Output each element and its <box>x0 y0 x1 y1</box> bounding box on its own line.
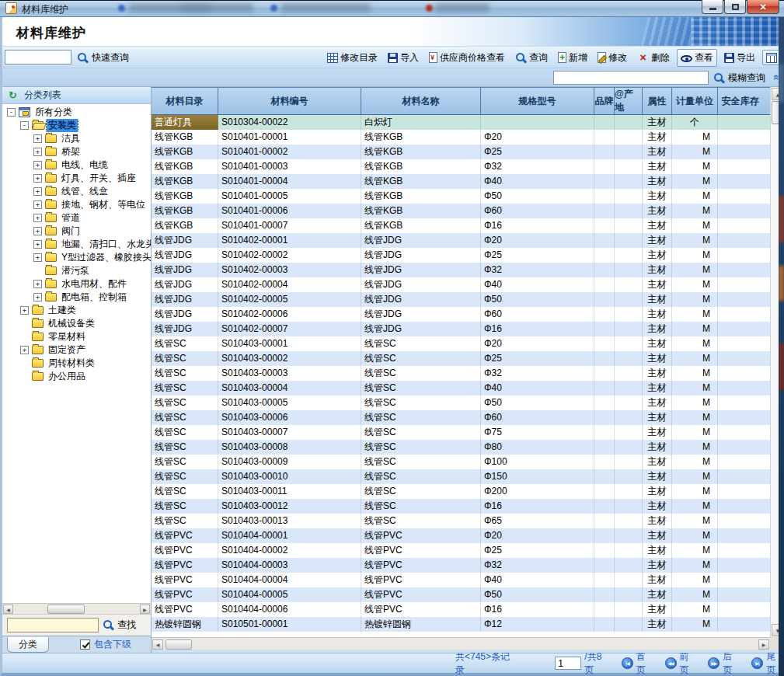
toolbar-button-delete[interactable]: ×删除 <box>634 50 673 66</box>
tree-item[interactable]: +线管、线盒 <box>2 185 151 198</box>
expand-node-icon[interactable]: + <box>20 346 29 354</box>
toolbar-button-add[interactable]: 新增 <box>555 50 591 66</box>
expand-node-icon[interactable]: + <box>33 214 42 222</box>
scroll-left-icon[interactable]: ◀ <box>3 605 13 614</box>
tree-item[interactable]: -所有分类 <box>2 106 151 119</box>
tree-item[interactable]: 周转材料类 <box>2 357 151 370</box>
prev-page-button[interactable]: ◀◀前页 <box>665 650 698 676</box>
table-row[interactable]: 线管SCS010403-00012线管SCΦ16主材M <box>152 499 784 514</box>
tree-item[interactable]: 潜污泵 <box>2 264 151 277</box>
collapse-node-icon[interactable]: - <box>20 121 29 130</box>
table-row[interactable]: 线管JDGS010402-00007线管JDGΦ16主材M <box>152 322 784 336</box>
toolbar-button-import[interactable]: 导入 <box>385 50 422 66</box>
tree-item[interactable]: 零星材料 <box>2 330 151 343</box>
table-row[interactable]: 线管JDGS010402-00003线管JDGΦ32主材M <box>152 263 784 277</box>
scrollbar-thumb[interactable] <box>47 605 85 614</box>
maximize-button[interactable] <box>724 0 746 14</box>
expand-node-icon[interactable]: + <box>33 174 42 183</box>
close-button[interactable]: × <box>747 0 779 14</box>
scroll-right-icon[interactable]: ▶ <box>758 639 769 650</box>
tree-item[interactable]: +地漏、清扫口、水龙头 <box>2 238 151 251</box>
quick-search-button[interactable]: 快速查询 <box>77 51 129 64</box>
column-header[interactable]: 规格型号 <box>481 88 594 114</box>
table-row[interactable]: 线管PVCS010404-00002线管PVCΦ25主材M <box>152 543 784 558</box>
table-row[interactable]: 线管KGBS010401-00004线管KGBΦ40主材M <box>152 174 784 189</box>
toolbar-button-export[interactable]: 导出 <box>721 50 758 66</box>
tree-item[interactable]: +管道 <box>2 211 151 225</box>
tree-item[interactable]: 办公用品 <box>2 370 151 383</box>
table-row[interactable]: 线管SCS010403-00007线管SCΦ75主材M <box>152 425 784 440</box>
table-row[interactable]: 线管SCS010403-00001线管SCΦ20主材M <box>152 336 784 351</box>
table-row[interactable]: 线管SCS010403-00009线管SCΦ100主材M <box>152 455 784 469</box>
refresh-icon[interactable]: ↻ <box>9 89 19 101</box>
table-row[interactable]: 线管JDGS010402-00006线管JDGΦ60主材M <box>152 307 784 322</box>
expand-node-icon[interactable]: + <box>33 134 42 143</box>
expand-node-icon[interactable]: + <box>33 148 42 156</box>
tree-item[interactable]: +水电用材、配件 <box>2 277 151 291</box>
expand-node-icon[interactable]: + <box>33 227 42 235</box>
collapse-node-icon[interactable]: - <box>7 108 16 117</box>
table-row[interactable]: 线管SCS010403-00006线管SCΦ60主材M <box>152 410 784 425</box>
tree-horizontal-scrollbar[interactable]: ◀ ▶ <box>2 603 151 614</box>
expand-node-icon[interactable]: + <box>33 280 42 288</box>
table-row[interactable]: 线管SCS010403-00004线管SCΦ40主材M <box>152 381 784 395</box>
fuzzy-search-input[interactable] <box>553 71 709 85</box>
expand-node-icon[interactable]: + <box>33 200 42 209</box>
column-header[interactable]: 安全库存 <box>718 88 762 114</box>
quick-search-input[interactable] <box>5 50 71 64</box>
table-row[interactable]: 热镀锌圆钢S010501-00001热镀锌圆钢Φ12主材M <box>152 617 784 632</box>
table-row[interactable]: 线管KGBS010401-00007线管KGBΦ16主材M <box>152 218 784 233</box>
toolbar-button-supplier-price-view[interactable]: 供应商价格查看 <box>426 50 508 66</box>
table-row[interactable]: 线管JDGS010402-00004线管JDGΦ40主材M <box>152 277 784 292</box>
table-row[interactable]: 线管KGBS010401-00005线管KGBΦ50主材M <box>152 189 784 204</box>
page-number-input[interactable] <box>555 657 581 670</box>
next-page-button[interactable]: ▶▶后页 <box>708 650 740 676</box>
tree-item[interactable]: -安装类 <box>2 119 151 132</box>
column-header[interactable]: 材料编号 <box>218 88 361 114</box>
expand-node-icon[interactable]: + <box>33 187 42 196</box>
table-row[interactable]: 线管PVCS010404-00004线管PVCΦ40主材M <box>152 573 784 587</box>
tree-item[interactable]: +洁具 <box>2 132 151 145</box>
scrollbar-thumb[interactable] <box>166 639 192 650</box>
table-row[interactable]: 线管SCS010403-00010线管SCΦ150主材M <box>152 469 784 484</box>
table-row[interactable]: 线管KGBS010401-00003线管KGBΦ32主材M <box>152 159 784 174</box>
table-row[interactable]: 线管SCS010403-00002线管SCΦ25主材M <box>152 351 784 366</box>
expand-node-icon[interactable]: + <box>20 306 29 315</box>
fuzzy-search-button[interactable]: 模糊查询 <box>713 71 765 85</box>
table-row[interactable]: 线管JDGS010402-00001线管JDGΦ20主材M <box>152 233 784 248</box>
column-header[interactable]: 计量单位 <box>672 88 718 114</box>
tree-item[interactable]: 机械设备类 <box>2 317 151 330</box>
table-row[interactable]: 线管SCS010403-00013线管SCΦ65主材M <box>152 514 784 528</box>
tree-item[interactable]: +阀门 <box>2 225 151 238</box>
expand-node-icon[interactable]: + <box>33 253 42 262</box>
column-header[interactable]: @产地 <box>615 88 643 114</box>
first-page-button[interactable]: |◀首页 <box>622 650 654 676</box>
tree-item[interactable]: +接地、钢材、等电位 <box>2 198 151 211</box>
table-horizontal-scrollbar[interactable]: ◀ ▶ <box>152 637 770 650</box>
table-row[interactable]: 线管JDGS010402-00005线管JDGΦ50主材M <box>152 292 784 307</box>
toolbar-button-query[interactable]: 查询 <box>512 50 551 66</box>
table-row[interactable]: 线管SCS010403-00011线管SCΦ200主材M <box>152 484 784 499</box>
table-row[interactable]: 线管PVCS010404-00005线管PVCΦ50主材M <box>152 587 784 602</box>
toolbar-button-view[interactable]: 查看 <box>677 49 717 67</box>
tree-item[interactable]: +固定资产 <box>2 343 151 357</box>
tree-item[interactable]: +土建类 <box>2 304 151 317</box>
tree-item[interactable]: +灯具、开关、插座 <box>2 172 151 185</box>
table-row[interactable]: 线管KGBS010401-00002线管KGBΦ25主材M <box>152 145 784 159</box>
table-row[interactable]: 线管PVCS010404-00006线管PVCΦ16主材M <box>152 602 784 617</box>
scroll-left-icon[interactable]: ◀ <box>152 639 163 650</box>
expand-node-icon[interactable]: + <box>33 293 42 301</box>
expand-node-icon[interactable]: + <box>33 240 42 249</box>
tree-item[interactable]: +配电箱、控制箱 <box>2 291 151 304</box>
table-row[interactable]: 线管SCS010403-00005线管SCΦ50主材M <box>152 395 784 410</box>
tab-category[interactable]: 分类 <box>7 637 49 653</box>
table-row[interactable]: 线管KGBS010401-00001线管KGBΦ20主材M <box>152 130 784 145</box>
table-row[interactable]: 线管SCS010403-00003线管SCΦ32主材M <box>152 366 784 381</box>
minimize-button[interactable] <box>702 0 723 14</box>
scroll-right-icon[interactable]: ▶ <box>140 605 150 614</box>
table-row[interactable]: 线管KGBS010401-00006线管KGBΦ60主材M <box>152 204 784 218</box>
column-header[interactable]: 品牌 <box>594 88 615 114</box>
tree-item[interactable]: +电线、电缆 <box>2 159 151 172</box>
column-header[interactable]: 材料名称 <box>361 88 481 114</box>
tree-item[interactable]: +Y型过滤器、橡胶接头 <box>2 251 151 264</box>
